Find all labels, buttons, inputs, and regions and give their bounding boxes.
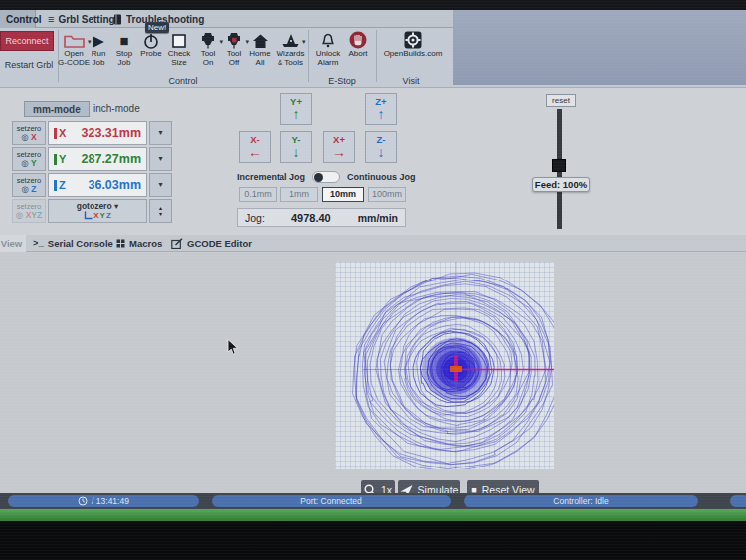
window-frame-green-bar — [0, 509, 746, 521]
tool-on-button[interactable]: ▾ Tool On — [195, 31, 221, 67]
group-label-control: Control — [58, 76, 308, 86]
target-icon: ◎ — [21, 132, 28, 142]
probe-button[interactable]: Probe — [137, 31, 165, 58]
toolbar-empty-area — [453, 10, 746, 85]
wizards-tools-button[interactable]: ▾ Wizards & Tools — [275, 31, 306, 67]
toolbar-divider — [308, 30, 309, 82]
openbuilds-logo-icon — [404, 31, 422, 49]
jog-rate-box[interactable]: Jog: 4978.40 mm/min — [237, 208, 406, 227]
caret-down-icon: ▾ — [158, 128, 162, 137]
probe-icon — [143, 31, 159, 49]
statusbar: / 13:41:49 Port: Connected Controller: I… — [0, 493, 746, 509]
arrow-up-icon: ↑ — [378, 107, 385, 121]
jog-x-plus-button[interactable]: X+ → — [323, 131, 355, 163]
dro-expand-button[interactable]: ▴ ▾ — [149, 199, 172, 223]
restart-grbl-label: Restart Grbl — [5, 60, 54, 70]
3d-viewport[interactable]: 1x Simulate ■ Reset View — [0, 252, 746, 493]
feed-slider-handle[interactable] — [552, 159, 566, 172]
caret-down-icon: ▾ — [158, 154, 162, 163]
wizard-hat-icon: ▾ — [282, 31, 299, 49]
inch-mode-tab[interactable]: inch-mode — [86, 101, 148, 117]
jog-y-plus-button[interactable]: Y+ ↑ — [280, 93, 312, 125]
tab-gcode-editor[interactable]: GCODE Editor — [171, 235, 252, 252]
jog-mode-toggle[interactable] — [312, 171, 340, 183]
home-all-button[interactable]: Home All — [247, 31, 273, 67]
dro-x-readout: X 323.31mm — [48, 121, 147, 145]
feed-reset-button[interactable]: reset — [546, 94, 576, 107]
toolpath-visualization — [335, 262, 554, 469]
step-100mm-button[interactable]: 100mm — [368, 187, 406, 202]
z-position-value: 36.03mm — [70, 178, 141, 192]
jog-z-plus-button[interactable]: Z+ ↑ — [365, 93, 397, 125]
tab-3d-view[interactable]: 3D View — [0, 235, 26, 252]
book-icon — [113, 14, 122, 25]
check-size-button[interactable]: Check Size — [165, 31, 193, 67]
mouse-cursor — [227, 339, 239, 356]
stop-icon: ■ — [119, 33, 128, 49]
dro-z-dropdown[interactable]: ▾ — [149, 173, 172, 197]
hamburger-icon: ≡ — [48, 13, 54, 25]
setzero-y-button[interactable]: setzero ◎ Y — [12, 147, 46, 171]
jog-rate-unit: mm/min — [358, 212, 398, 224]
restart-grbl-button[interactable]: Restart Grbl — [2, 60, 56, 70]
jog-x-minus-button[interactable]: X- ← — [239, 131, 271, 163]
arrow-left-icon: ← — [248, 145, 262, 159]
group-label-estop: E-Stop — [308, 76, 376, 86]
clock-icon — [78, 496, 88, 506]
photo-frame: Control ≡ Grbl Settings Troubleshooting … — [0, 0, 746, 560]
openbuilds-control-app: Control ≡ Grbl Settings Troubleshooting … — [0, 10, 746, 509]
tab-control-label: Control — [6, 14, 42, 25]
unlock-alarm-button[interactable]: Unlock Alarm — [312, 31, 344, 67]
status-pill-partial — [730, 495, 746, 507]
caret-down-icon: ▾ — [114, 201, 118, 211]
reconnect-button[interactable]: Reconnect — [0, 31, 54, 51]
y-position-value: 287.27mm — [70, 152, 141, 166]
abort-button[interactable]: Abort — [344, 31, 372, 58]
dro-z-readout: Z 36.03mm — [48, 173, 147, 197]
folder-open-icon: ▾ — [64, 31, 85, 49]
setzero-z-button[interactable]: setzero ◎ Z — [12, 173, 46, 197]
stop-hand-icon — [349, 31, 367, 49]
arrow-down-icon: ↓ — [293, 145, 300, 159]
step-1mm-button[interactable]: 1mm — [280, 187, 318, 202]
axes-icon — [84, 211, 93, 220]
bell-icon — [320, 31, 336, 49]
control-panel: mm-mode inch-mode setzero ◎ X X 323.31mm… — [0, 88, 746, 235]
play-icon: ▶ — [93, 33, 104, 49]
tab-macros[interactable]: Macros — [116, 235, 162, 252]
status-port: Port: Connected — [212, 495, 451, 507]
jog-z-minus-button[interactable]: Z- ↓ — [365, 131, 397, 163]
step-10mm-button[interactable]: 10mm — [322, 187, 364, 202]
run-job-button[interactable]: ▶ Run Job — [86, 31, 111, 67]
setzero-xyz-button[interactable]: setzero ◎ XYZ — [12, 199, 46, 223]
tool-off-button[interactable]: ▾ Tool Off — [221, 31, 247, 67]
router-icon: ▾ — [200, 31, 216, 49]
terminal-icon: >_ — [33, 239, 44, 249]
openbuilds-com-button[interactable]: OpenBuilds.com — [380, 31, 446, 58]
incremental-jog-label: Incremental Jog — [237, 172, 305, 182]
arrow-right-icon: → — [332, 145, 346, 159]
stop-job-button[interactable]: ■ Stop Job — [111, 31, 137, 67]
status-time: / 13:41:49 — [8, 495, 199, 507]
square-outline-icon — [171, 31, 187, 49]
toggle-knob — [314, 173, 323, 182]
tab-serial-console[interactable]: >_ Serial Console — [33, 235, 113, 252]
status-controller: Controller: Idle — [464, 495, 698, 507]
view-tabbar: 3D View >_ Serial Console Macros GCODE E… — [0, 235, 746, 252]
x-position-value: 323.31mm — [70, 126, 141, 140]
monitor-bezel-top — [0, 0, 746, 10]
gotozero-button[interactable]: gotozero ▾ XYZ — [48, 199, 147, 223]
arrow-down-icon: ↓ — [378, 145, 385, 159]
dro-y-dropdown[interactable]: ▾ — [149, 147, 172, 171]
tab-control[interactable]: Control — [0, 10, 36, 28]
jog-y-minus-button[interactable]: Y- ↓ — [280, 131, 312, 163]
dro-x-dropdown[interactable]: ▾ — [149, 121, 172, 145]
feed-tooltip: Feed: 100% — [532, 177, 590, 192]
gcode-plot-area[interactable] — [335, 262, 554, 469]
mm-mode-tab[interactable]: mm-mode — [24, 101, 90, 117]
group-label-visit: Visit — [376, 76, 446, 86]
setzero-x-button[interactable]: setzero ◎ X — [12, 121, 46, 145]
caret-down-icon: ▾ — [158, 180, 162, 189]
step-0.1mm-button[interactable]: 0.1mm — [239, 187, 277, 202]
monitor-bezel-bottom — [0, 521, 746, 560]
